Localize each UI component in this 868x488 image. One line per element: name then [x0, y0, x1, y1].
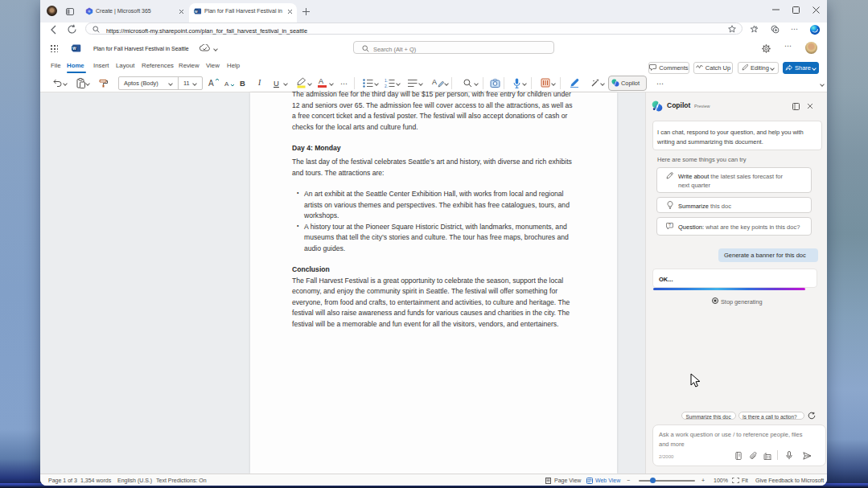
svg-text:W: W: [72, 47, 76, 51]
svg-text:W: W: [195, 10, 198, 14]
svg-text:2.: 2.: [385, 84, 388, 88]
svg-text:1.: 1.: [385, 79, 388, 83]
svg-text:?: ?: [668, 223, 671, 228]
